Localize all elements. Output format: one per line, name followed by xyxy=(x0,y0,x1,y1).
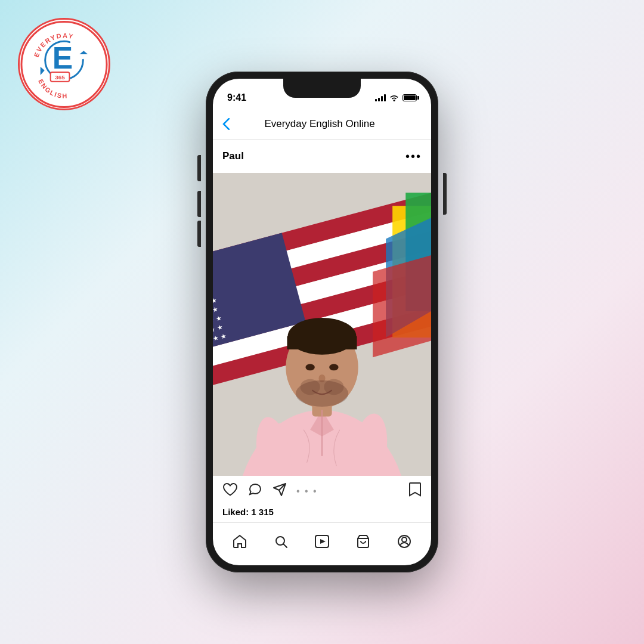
post-username: Paul xyxy=(222,150,244,162)
svg-marker-50 xyxy=(320,539,326,544)
comment-button[interactable] xyxy=(247,482,263,500)
post-header: Paul ••• xyxy=(213,140,431,173)
signal-icon xyxy=(375,94,386,101)
battery-icon xyxy=(402,94,417,101)
svg-point-42 xyxy=(301,379,320,395)
home-tab[interactable] xyxy=(227,528,253,555)
svg-point-38 xyxy=(305,364,314,370)
bottom-nav xyxy=(213,522,431,565)
reels-tab[interactable] xyxy=(309,528,335,555)
logo-circle: EVERYDAY ENGLISH E 365 xyxy=(18,18,110,110)
nav-title: Everyday English Online xyxy=(230,118,410,130)
bookmark-button[interactable] xyxy=(408,482,422,501)
action-icons-left: • • • xyxy=(222,482,408,500)
share-button[interactable] xyxy=(273,482,287,500)
svg-point-39 xyxy=(329,364,338,370)
post-dots[interactable]: • • • xyxy=(296,486,318,497)
post-image: ★ ★ ★ ★ ★ ★ ★ ★ ★ ★ ★ ★ ★ ★ ★ ★ ★ ★ ★ ★ … xyxy=(213,173,431,476)
status-icons xyxy=(375,94,417,101)
profile-tab[interactable] xyxy=(391,528,417,555)
back-button[interactable] xyxy=(222,118,230,130)
status-time: 9:41 xyxy=(227,92,246,103)
svg-text:E: E xyxy=(52,40,73,75)
likes-row: Liked: 1 315 xyxy=(213,507,431,522)
nav-bar: Everyday English Online xyxy=(213,109,431,140)
wifi-icon xyxy=(389,94,399,101)
svg-point-43 xyxy=(324,379,343,395)
likes-count: Liked: 1 315 xyxy=(222,507,274,517)
svg-line-48 xyxy=(283,544,287,547)
logo: EVERYDAY ENGLISH E 365 xyxy=(18,18,113,113)
phone-mockup: 9:41 xyxy=(206,72,438,572)
heart-button[interactable] xyxy=(222,482,238,500)
more-button[interactable]: ••• xyxy=(405,150,422,163)
svg-point-53 xyxy=(402,537,407,542)
phone-notch xyxy=(283,79,361,98)
svg-text:365: 365 xyxy=(55,73,65,80)
shop-tab[interactable] xyxy=(350,528,376,555)
search-tab[interactable] xyxy=(268,528,294,555)
svg-rect-37 xyxy=(287,336,357,349)
phone-screen: 9:41 xyxy=(213,79,431,565)
post-actions: • • • xyxy=(213,476,431,507)
